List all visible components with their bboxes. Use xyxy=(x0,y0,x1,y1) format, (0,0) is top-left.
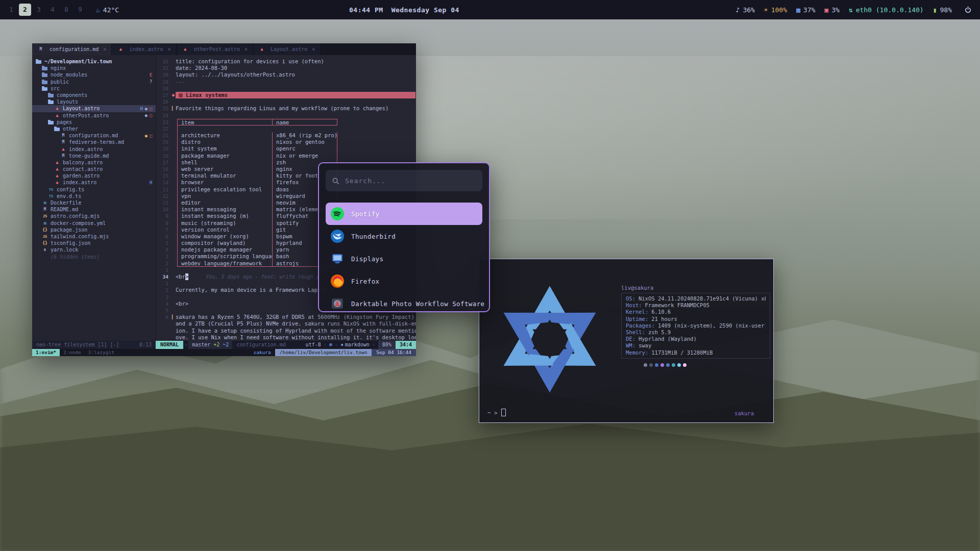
gutter-sign: ▎ xyxy=(171,314,176,320)
launcher-search[interactable] xyxy=(326,170,482,191)
line-number: 24 xyxy=(156,112,171,119)
line-content: layout: ../../layouts/otherPost.astro xyxy=(176,71,416,78)
module-network[interactable]: ⇅eth0 (10.0.0.140) xyxy=(849,6,924,14)
tree-item-(6 hidden items)[interactable]: (6 hidden items) xyxy=(32,253,156,260)
terminal-fetch-window[interactable]: liv@sakura OS:NixOS 24.11.20240828.71e91… xyxy=(479,259,774,423)
workspace-4[interactable]: 4 xyxy=(46,4,59,16)
tree-item-other[interactable]: other xyxy=(32,126,156,132)
tree-item-Dockerfile[interactable]: Dockerfile xyxy=(32,199,156,206)
gutter-sign xyxy=(171,233,176,240)
tree-item-package.json[interactable]: package.json xyxy=(32,227,156,233)
fetch-info-block: liv@sakura OS:NixOS 24.11.20240828.71e91… xyxy=(621,285,770,367)
tree-item-tsconfig.json[interactable]: tsconfig.json xyxy=(32,240,156,246)
tree-item-nginx[interactable]: nginx xyxy=(32,65,156,71)
tree-item-node_modules[interactable]: node_modulesE xyxy=(32,71,156,78)
tree-item-contact.astro[interactable]: contact.astro xyxy=(32,166,156,172)
line-number: 31 xyxy=(156,65,171,71)
tree-item-fediverse-terms.md[interactable]: fediverse-terms.md xyxy=(32,139,156,145)
marker: ● xyxy=(145,106,148,111)
line-number: 30 xyxy=(156,71,171,78)
tree-item-balcony.astro[interactable]: balcony.astro xyxy=(32,159,156,166)
tmux-window-3:lazygit[interactable]: 3:lazygit xyxy=(84,349,117,356)
temperature-module[interactable]: ♨ 42°C xyxy=(96,6,119,14)
launcher-item-Displays[interactable]: Displays xyxy=(326,247,482,270)
tmux-right: sakura /home/liv/Development/liv.town Se… xyxy=(249,349,416,356)
tree-item-astro.config.mjs[interactable]: astro.config.mjs xyxy=(32,213,156,219)
tab-Layout.astro[interactable]: Layout.astro× xyxy=(253,43,321,55)
table-row: version controlgit xyxy=(177,227,337,233)
shell-prompt[interactable]: ~ > xyxy=(487,409,506,416)
gutter-sign xyxy=(171,287,176,293)
tree-item-src[interactable]: src xyxy=(32,85,156,92)
line-content: Linux systems xyxy=(176,92,416,98)
tmux-window-1:nvim*[interactable]: 1:nvim* xyxy=(32,349,60,356)
close-icon[interactable]: × xyxy=(103,46,106,52)
module-battery[interactable]: ▮98% xyxy=(933,6,952,14)
line-content: sakura has a Ryzen 5 7640U, 32GB of DDR5… xyxy=(176,314,416,320)
tree-item-tailwind.config.mjs[interactable]: tailwind.config.mjs xyxy=(32,233,156,240)
table-cell: openrc xyxy=(273,145,337,152)
tree-item-yarn.lock[interactable]: yarn.lock xyxy=(32,246,156,253)
tree-item-otherPost.astro[interactable]: otherPost.astro●□ xyxy=(32,112,156,119)
tree-item-public[interactable]: public? xyxy=(32,79,156,85)
tree-item-tone-guide.md[interactable]: tone-guide.md xyxy=(32,153,156,159)
power-button[interactable] xyxy=(961,6,975,14)
spotify-icon xyxy=(331,207,344,220)
line-number: 21 xyxy=(156,132,171,139)
fetch-info-label: Host: xyxy=(626,302,642,308)
tree-item-env.d.ts[interactable]: env.d.ts xyxy=(32,193,156,199)
tree-item-README.md[interactable]: README.md xyxy=(32,206,156,213)
folder-icon xyxy=(47,92,55,98)
tree-item-label: config.ts xyxy=(57,187,84,192)
table-cell: webdev language/framework xyxy=(177,260,273,267)
displays-icon xyxy=(331,252,344,265)
tree-item-label: ~/Development/liv.town xyxy=(44,59,112,64)
workspace-2[interactable]: 2 xyxy=(19,4,31,16)
tree-item-layouts[interactable]: layouts xyxy=(32,98,156,105)
launcher-item-Firefox[interactable]: Firefox xyxy=(326,270,482,292)
palette-dot xyxy=(666,363,670,367)
marker: E xyxy=(150,72,152,78)
line-content: ion. I have a setup consisting of Hyprla… xyxy=(176,328,416,334)
text: sakura has a Ryzen 5 7640U, 32GB of DDR5… xyxy=(176,314,416,320)
tree-item-~/Development/liv.town[interactable]: ~/Development/liv.town xyxy=(32,58,156,65)
module-memory[interactable]: ▦37% xyxy=(796,6,815,14)
memory-value: 37% xyxy=(803,6,815,14)
tree-item-index.astro[interactable]: index.astroH xyxy=(32,179,156,186)
tree-item-docker-compose.yml[interactable]: docker-compose.yml xyxy=(32,220,156,227)
workspace-8[interactable]: 8 xyxy=(60,4,72,16)
table-cell: distro xyxy=(177,139,273,145)
html-tag-text: <br xyxy=(176,273,185,280)
tab-otherPost.astro[interactable]: otherPost.astro× xyxy=(177,43,253,55)
tab-index.astro[interactable]: index.astro× xyxy=(112,43,176,55)
launcher-item-Darktable Photo Workflow Software[interactable]: Darktable Photo Workflow Software xyxy=(326,292,482,312)
launcher-item-Spotify[interactable]: Spotify xyxy=(326,203,482,225)
tree-item-Layout.astro[interactable]: Layout.astroH●□ xyxy=(32,105,156,112)
workspace-9[interactable]: 9 xyxy=(74,4,86,16)
tmux-window-2:node[interactable]: 2:node xyxy=(60,349,84,356)
tab-configuration.md[interactable]: configuration.md× xyxy=(32,43,112,55)
search-input[interactable] xyxy=(344,177,476,185)
text: Currently, my main device is a Framework… xyxy=(176,287,334,293)
tree-item-index.astro[interactable]: index.astro xyxy=(32,145,156,152)
module-cpu[interactable]: ▣3% xyxy=(824,6,839,14)
line-number: 23 xyxy=(156,119,171,126)
tree-item-components[interactable]: components xyxy=(32,92,156,98)
tree-item-configuration.md[interactable]: configuration.md●□ xyxy=(32,132,156,139)
module-volume[interactable]: ♪36% xyxy=(736,6,755,14)
launcher-item-Thunderbird[interactable]: Thunderbird xyxy=(326,225,482,247)
workspace-3[interactable]: 3 xyxy=(33,4,45,16)
close-icon[interactable]: × xyxy=(244,46,248,52)
tree-item-config.ts[interactable]: config.ts xyxy=(32,186,156,193)
kitty-session-label: sakura xyxy=(734,410,754,416)
module-brightness[interactable]: ☀100% xyxy=(764,6,787,14)
workspace-1[interactable]: 1 xyxy=(5,4,17,16)
tree-item-pages[interactable]: pages xyxy=(32,119,156,126)
close-icon[interactable]: × xyxy=(168,46,171,52)
line-number: 34 xyxy=(156,273,171,280)
battery-value: 98% xyxy=(940,6,952,14)
close-icon[interactable]: × xyxy=(312,46,315,52)
fetch-info-label: Shell: xyxy=(626,329,645,335)
line-content: and a 2TB (Crucial P5 Plus) NVMe drive. … xyxy=(176,320,416,327)
tree-item-garden.astro[interactable]: garden.astro xyxy=(32,172,156,179)
